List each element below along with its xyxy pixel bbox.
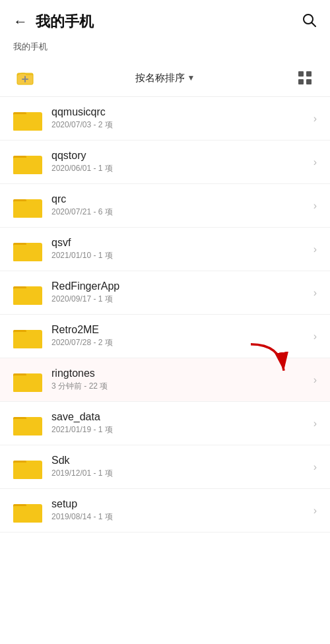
folder-meta: 2021/01/10 - 1 项 bbox=[51, 250, 308, 261]
folder-item[interactable]: save_data 2021/01/19 - 1 项 › bbox=[0, 402, 330, 445]
new-folder-button[interactable] bbox=[13, 66, 37, 90]
folder-meta: 2020/07/28 - 2 项 bbox=[51, 337, 308, 348]
back-button[interactable]: ← bbox=[13, 13, 28, 30]
folder-info: Sdk 2019/12/01 - 1 项 bbox=[51, 455, 308, 479]
folder-icon bbox=[13, 194, 42, 218]
chevron-right-icon: › bbox=[314, 461, 317, 473]
folder-name: qqstory bbox=[51, 150, 308, 162]
folder-info: qqmusicqrc 2020/07/03 - 2 项 bbox=[51, 106, 308, 131]
folder-item[interactable]: setup 2019/08/14 - 1 项 › bbox=[0, 489, 330, 532]
page-title: 我的手机 bbox=[36, 12, 94, 32]
folder-icon bbox=[13, 455, 42, 479]
folder-info: setup 2019/08/14 - 1 项 bbox=[51, 498, 308, 523]
sort-label: 按名称排序 bbox=[135, 72, 185, 84]
folder-list: qqmusicqrc 2020/07/03 - 2 项 › qqstory 20… bbox=[0, 97, 330, 532]
folder-name: Sdk bbox=[51, 455, 308, 467]
search-button[interactable] bbox=[301, 12, 317, 32]
folder-name: qsvf bbox=[51, 237, 308, 249]
folder-info: qqstory 2020/06/01 - 1 项 bbox=[51, 150, 308, 174]
chevron-right-icon: › bbox=[314, 113, 317, 125]
header-left: ← 我的手机 bbox=[13, 12, 94, 32]
folder-info: qrc 2020/07/21 - 6 项 bbox=[51, 193, 308, 218]
svg-rect-11 bbox=[13, 114, 42, 129]
folder-icon bbox=[13, 238, 42, 261]
svg-rect-33 bbox=[13, 419, 42, 434]
svg-rect-39 bbox=[13, 506, 42, 521]
svg-rect-7 bbox=[298, 79, 304, 84]
folder-meta: 2019/12/01 - 1 项 bbox=[51, 468, 308, 479]
sort-button[interactable]: 按名称排序 ▼ bbox=[135, 72, 195, 84]
folder-item[interactable]: qsvf 2021/01/10 - 1 项 › bbox=[0, 228, 330, 271]
breadcrumb: 我的手机 bbox=[0, 38, 330, 59]
folder-info: qsvf 2021/01/10 - 1 项 bbox=[51, 237, 308, 261]
chevron-right-icon: › bbox=[314, 505, 317, 517]
folder-item[interactable]: RedFingerApp 2020/09/17 - 1 项 › bbox=[0, 271, 330, 315]
chevron-right-icon: › bbox=[314, 374, 317, 386]
folder-name: qrc bbox=[51, 193, 308, 205]
folder-icon bbox=[13, 107, 42, 131]
folder-meta: 2020/07/03 - 2 项 bbox=[51, 119, 308, 131]
folder-name: save_data bbox=[51, 411, 308, 423]
folder-meta: 2019/08/14 - 1 项 bbox=[51, 511, 308, 523]
folder-icon bbox=[13, 325, 42, 348]
folder-info: Retro2ME 2020/07/28 - 2 项 bbox=[51, 324, 308, 348]
folder-name: ringtones bbox=[51, 368, 308, 379]
folder-icon bbox=[13, 412, 42, 435]
toolbar: 按名称排序 ▼ bbox=[0, 59, 330, 97]
folder-name: qqmusicqrc bbox=[51, 106, 308, 118]
folder-item[interactable]: qqstory 2020/06/01 - 1 项 › bbox=[0, 141, 330, 184]
folder-item[interactable]: qrc 2020/07/21 - 6 项 › bbox=[0, 184, 330, 228]
svg-rect-29 bbox=[13, 375, 42, 391]
svg-rect-6 bbox=[306, 71, 312, 77]
folder-meta: 2020/09/17 - 1 项 bbox=[51, 294, 308, 305]
svg-rect-14 bbox=[13, 158, 42, 173]
folder-meta: 2020/07/21 - 6 项 bbox=[51, 207, 308, 218]
chevron-right-icon: › bbox=[314, 331, 317, 342]
folder-meta: 2020/06/01 - 1 项 bbox=[51, 163, 308, 174]
chevron-right-icon: › bbox=[314, 287, 317, 299]
folder-meta: 2021/01/19 - 1 项 bbox=[51, 424, 308, 435]
folder-icon bbox=[13, 368, 42, 392]
svg-rect-8 bbox=[306, 79, 312, 84]
folder-item[interactable]: Retro2ME 2020/07/28 - 2 项 › bbox=[0, 315, 330, 358]
view-toggle-button[interactable] bbox=[293, 66, 317, 90]
sort-arrow-icon: ▼ bbox=[187, 73, 195, 82]
svg-rect-5 bbox=[298, 71, 304, 77]
folder-meta: 3 分钟前 - 22 项 bbox=[51, 381, 308, 392]
svg-rect-17 bbox=[13, 201, 42, 216]
header: ← 我的手机 bbox=[0, 0, 330, 38]
chevron-right-icon: › bbox=[314, 156, 317, 168]
svg-rect-36 bbox=[13, 463, 42, 478]
folder-icon bbox=[13, 281, 42, 305]
folder-info: RedFingerApp 2020/09/17 - 1 项 bbox=[51, 280, 308, 305]
folder-name: setup bbox=[51, 498, 308, 510]
folder-item[interactable]: Sdk 2019/12/01 - 1 项 › bbox=[0, 445, 330, 489]
folder-item[interactable]: ringtones 3 分钟前 - 22 项 › bbox=[0, 358, 330, 402]
svg-rect-20 bbox=[13, 245, 42, 260]
folder-name: Retro2ME bbox=[51, 324, 308, 336]
folder-info: ringtones 3 分钟前 - 22 项 bbox=[51, 368, 308, 392]
toolbar-left bbox=[13, 66, 37, 90]
folder-icon bbox=[13, 150, 42, 174]
folder-item[interactable]: qqmusicqrc 2020/07/03 - 2 项 › bbox=[0, 97, 330, 141]
folder-icon bbox=[13, 499, 42, 523]
chevron-right-icon: › bbox=[314, 200, 317, 212]
folder-name: RedFingerApp bbox=[51, 280, 308, 292]
svg-line-1 bbox=[312, 23, 316, 27]
svg-rect-26 bbox=[13, 332, 42, 347]
chevron-right-icon: › bbox=[314, 418, 317, 430]
svg-rect-23 bbox=[13, 288, 42, 304]
chevron-right-icon: › bbox=[314, 243, 317, 255]
folder-info: save_data 2021/01/19 - 1 项 bbox=[51, 411, 308, 435]
